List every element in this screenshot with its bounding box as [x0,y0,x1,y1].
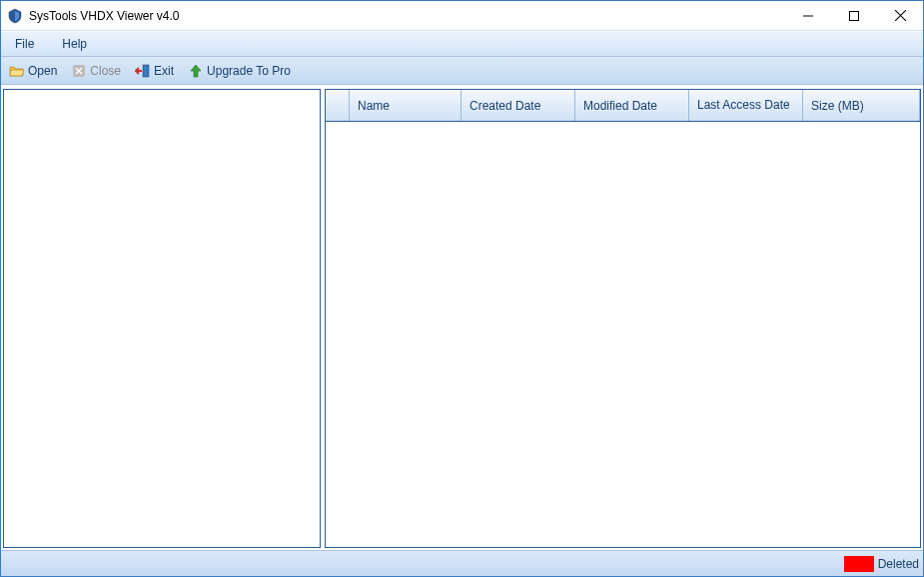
close-file-button: Close [67,61,125,81]
close-button[interactable] [877,1,923,30]
tree-panel[interactable] [3,89,321,548]
upgrade-label: Upgrade To Pro [207,64,291,78]
title-bar: SysTools VHDX Viewer v4.0 [1,1,923,31]
column-last-access-date[interactable]: Last Access Date [689,90,803,121]
table-header: Name Created Date Modified Date Last Acc… [326,90,920,122]
svg-rect-7 [143,65,149,77]
column-created-date[interactable]: Created Date [462,90,575,121]
exit-button[interactable]: Exit [131,61,178,81]
svg-rect-1 [850,11,859,20]
open-label: Open [28,64,57,78]
maximize-button[interactable] [831,1,877,30]
upgrade-arrow-icon [188,63,204,79]
close-x-icon [71,63,87,79]
close-label: Close [90,64,121,78]
column-name[interactable]: Name [350,90,462,121]
status-bar: Deleted [1,550,923,576]
column-modified-date[interactable]: Modified Date [575,90,689,121]
exit-label: Exit [154,64,174,78]
main-area: Name Created Date Modified Date Last Acc… [1,85,923,550]
deleted-legend-label: Deleted [878,557,919,571]
minimize-button[interactable] [785,1,831,30]
menu-help[interactable]: Help [56,35,93,53]
app-icon [7,8,23,24]
exit-icon [135,63,151,79]
column-size[interactable]: Size (MB) [803,90,920,121]
folder-open-icon [9,63,25,79]
file-list-panel: Name Created Date Modified Date Last Acc… [325,89,921,548]
window-title: SysTools VHDX Viewer v4.0 [29,9,785,23]
menu-bar: File Help [1,31,923,57]
open-button[interactable]: Open [5,61,61,81]
deleted-color-swatch [844,556,874,572]
table-body[interactable] [326,122,920,547]
column-icon[interactable] [326,90,350,121]
toolbar: Open Close Exit Upgrade To Pro [1,57,923,85]
menu-file[interactable]: File [9,35,40,53]
upgrade-button[interactable]: Upgrade To Pro [184,61,295,81]
window-controls [785,1,923,30]
